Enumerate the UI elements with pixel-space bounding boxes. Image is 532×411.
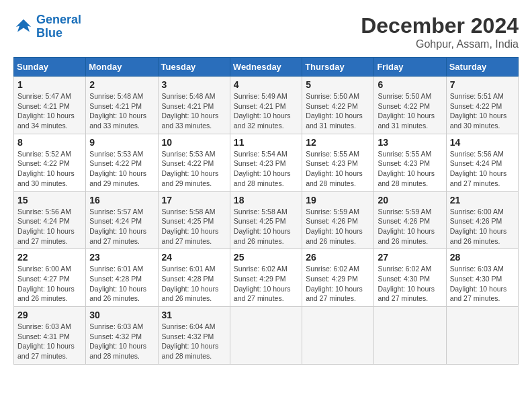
svg-marker-0 [16, 19, 32, 32]
day-info: Sunrise: 5:54 AMSunset: 4:23 PMDaylight:… [234, 149, 298, 189]
day-number: 23 [89, 252, 154, 263]
day-info: Sunrise: 6:01 AMSunset: 4:28 PMDaylight:… [89, 264, 154, 304]
day-number: 16 [89, 195, 154, 205]
day-number: 26 [306, 252, 370, 263]
calendar-header: SundayMondayTuesdayWednesdayThursdayFrid… [14, 58, 519, 77]
day-info: Sunrise: 6:00 AMSunset: 4:27 PMDaylight:… [17, 264, 82, 304]
day-info: Sunrise: 5:56 AMSunset: 4:24 PMDaylight:… [450, 149, 515, 189]
calendar-empty-cell [446, 307, 518, 365]
calendar-day-5: 5Sunrise: 5:50 AMSunset: 4:22 PMDaylight… [302, 77, 374, 134]
day-number: 17 [162, 195, 226, 205]
day-info: Sunrise: 5:50 AMSunset: 4:22 PMDaylight:… [378, 91, 442, 131]
day-info: Sunrise: 5:57 AMSunset: 4:24 PMDaylight:… [89, 207, 154, 246]
calendar-day-19: 19Sunrise: 5:59 AMSunset: 4:26 PMDayligh… [302, 191, 374, 249]
day-info: Sunrise: 6:02 AMSunset: 4:30 PMDaylight:… [378, 264, 442, 304]
calendar-day-2: 2Sunrise: 5:48 AMSunset: 4:21 PMDaylight… [86, 77, 158, 134]
calendar-body: 1Sunrise: 5:47 AMSunset: 4:21 PMDaylight… [14, 77, 519, 365]
day-info: Sunrise: 5:58 AMSunset: 4:25 PMDaylight:… [234, 207, 298, 246]
calendar-day-25: 25Sunrise: 6:02 AMSunset: 4:29 PMDayligh… [230, 249, 302, 307]
day-number: 31 [162, 310, 226, 320]
day-info: Sunrise: 5:50 AMSunset: 4:22 PMDaylight:… [306, 91, 370, 131]
day-info: Sunrise: 5:52 AMSunset: 4:22 PMDaylight:… [17, 149, 82, 189]
day-info: Sunrise: 5:49 AMSunset: 4:21 PMDaylight:… [234, 91, 298, 131]
day-info: Sunrise: 6:03 AMSunset: 4:30 PMDaylight:… [450, 264, 515, 304]
logo: General Blue [13, 13, 81, 40]
day-number: 15 [17, 195, 82, 205]
day-number: 7 [450, 79, 515, 90]
calendar-day-6: 6Sunrise: 5:50 AMSunset: 4:22 PMDaylight… [374, 77, 446, 134]
day-info: Sunrise: 6:02 AMSunset: 4:29 PMDaylight:… [306, 264, 370, 304]
day-number: 4 [234, 79, 298, 90]
calendar-title: December 2024 [361, 13, 519, 38]
day-number: 5 [306, 79, 370, 90]
header-friday: Friday [374, 58, 446, 77]
calendar-day-10: 10Sunrise: 5:53 AMSunset: 4:22 PMDayligh… [158, 134, 230, 191]
day-info: Sunrise: 6:03 AMSunset: 4:31 PMDaylight:… [17, 322, 82, 361]
logo-blue: Blue [36, 27, 81, 40]
header-monday: Monday [86, 58, 158, 77]
calendar-week-1: 1Sunrise: 5:47 AMSunset: 4:21 PMDaylight… [14, 77, 519, 134]
calendar-day-21: 21Sunrise: 6:00 AMSunset: 4:26 PMDayligh… [446, 191, 518, 249]
calendar-location: Gohpur, Assam, India [361, 38, 519, 50]
day-number: 27 [378, 252, 442, 263]
calendar-week-5: 29Sunrise: 6:03 AMSunset: 4:31 PMDayligh… [14, 307, 519, 365]
day-number: 3 [162, 79, 226, 90]
day-number: 14 [450, 137, 515, 148]
day-number: 1 [17, 79, 82, 90]
day-info: Sunrise: 6:01 AMSunset: 4:28 PMDaylight:… [162, 264, 226, 304]
calendar-day-12: 12Sunrise: 5:55 AMSunset: 4:23 PMDayligh… [302, 134, 374, 191]
page-header: General Blue December 2024 Gohpur, Assam… [13, 13, 519, 50]
calendar-day-27: 27Sunrise: 6:02 AMSunset: 4:30 PMDayligh… [374, 249, 446, 307]
calendar-day-31: 31Sunrise: 6:04 AMSunset: 4:32 PMDayligh… [158, 307, 230, 365]
calendar-day-15: 15Sunrise: 5:56 AMSunset: 4:24 PMDayligh… [14, 191, 86, 249]
calendar-day-8: 8Sunrise: 5:52 AMSunset: 4:22 PMDaylight… [14, 134, 86, 191]
calendar-day-3: 3Sunrise: 5:48 AMSunset: 4:21 PMDaylight… [158, 77, 230, 134]
day-info: Sunrise: 6:02 AMSunset: 4:29 PMDaylight:… [234, 264, 298, 304]
calendar-empty-cell [374, 307, 446, 365]
day-number: 12 [306, 137, 370, 148]
day-info: Sunrise: 5:59 AMSunset: 4:26 PMDaylight:… [378, 207, 442, 246]
day-info: Sunrise: 5:55 AMSunset: 4:23 PMDaylight:… [306, 149, 370, 189]
calendar-week-2: 8Sunrise: 5:52 AMSunset: 4:22 PMDaylight… [14, 134, 519, 191]
day-info: Sunrise: 5:58 AMSunset: 4:25 PMDaylight:… [162, 207, 226, 246]
calendar-day-13: 13Sunrise: 5:55 AMSunset: 4:23 PMDayligh… [374, 134, 446, 191]
day-number: 24 [162, 252, 226, 263]
day-info: Sunrise: 5:48 AMSunset: 4:21 PMDaylight:… [89, 91, 154, 131]
day-info: Sunrise: 5:59 AMSunset: 4:26 PMDaylight:… [306, 207, 370, 246]
calendar-day-30: 30Sunrise: 6:03 AMSunset: 4:32 PMDayligh… [86, 307, 158, 365]
day-number: 6 [378, 79, 442, 90]
day-info: Sunrise: 5:53 AMSunset: 4:22 PMDaylight:… [89, 149, 154, 189]
header-tuesday: Tuesday [158, 58, 230, 77]
day-number: 8 [17, 137, 82, 148]
calendar-day-22: 22Sunrise: 6:00 AMSunset: 4:27 PMDayligh… [14, 249, 86, 307]
day-info: Sunrise: 5:48 AMSunset: 4:21 PMDaylight:… [162, 91, 226, 131]
day-number: 29 [17, 310, 82, 320]
day-info: Sunrise: 5:56 AMSunset: 4:24 PMDaylight:… [17, 207, 82, 246]
day-number: 30 [89, 310, 154, 320]
calendar-day-1: 1Sunrise: 5:47 AMSunset: 4:21 PMDaylight… [14, 77, 86, 134]
calendar-day-20: 20Sunrise: 5:59 AMSunset: 4:26 PMDayligh… [374, 191, 446, 249]
day-info: Sunrise: 5:51 AMSunset: 4:22 PMDaylight:… [450, 91, 515, 131]
day-number: 21 [450, 195, 515, 205]
day-number: 28 [450, 252, 515, 263]
calendar-day-9: 9Sunrise: 5:53 AMSunset: 4:22 PMDaylight… [86, 134, 158, 191]
header-wednesday: Wednesday [230, 58, 302, 77]
day-info: Sunrise: 5:53 AMSunset: 4:22 PMDaylight:… [162, 149, 226, 189]
day-number: 25 [234, 252, 298, 263]
day-info: Sunrise: 5:55 AMSunset: 4:23 PMDaylight:… [378, 149, 442, 189]
calendar-day-23: 23Sunrise: 6:01 AMSunset: 4:28 PMDayligh… [86, 249, 158, 307]
logo-icon [13, 17, 34, 37]
calendar-day-14: 14Sunrise: 5:56 AMSunset: 4:24 PMDayligh… [446, 134, 518, 191]
day-number: 18 [234, 195, 298, 205]
day-info: Sunrise: 5:47 AMSunset: 4:21 PMDaylight:… [17, 91, 82, 131]
calendar-day-17: 17Sunrise: 5:58 AMSunset: 4:25 PMDayligh… [158, 191, 230, 249]
calendar-day-26: 26Sunrise: 6:02 AMSunset: 4:29 PMDayligh… [302, 249, 374, 307]
calendar-header-row: SundayMondayTuesdayWednesdayThursdayFrid… [14, 58, 519, 77]
day-info: Sunrise: 6:04 AMSunset: 4:32 PMDaylight:… [162, 322, 226, 361]
title-block: December 2024 Gohpur, Assam, India [361, 13, 519, 50]
calendar-week-4: 22Sunrise: 6:00 AMSunset: 4:27 PMDayligh… [14, 249, 519, 307]
day-number: 20 [378, 195, 442, 205]
logo-general: General [36, 13, 81, 26]
calendar-day-16: 16Sunrise: 5:57 AMSunset: 4:24 PMDayligh… [86, 191, 158, 249]
day-number: 19 [306, 195, 370, 205]
